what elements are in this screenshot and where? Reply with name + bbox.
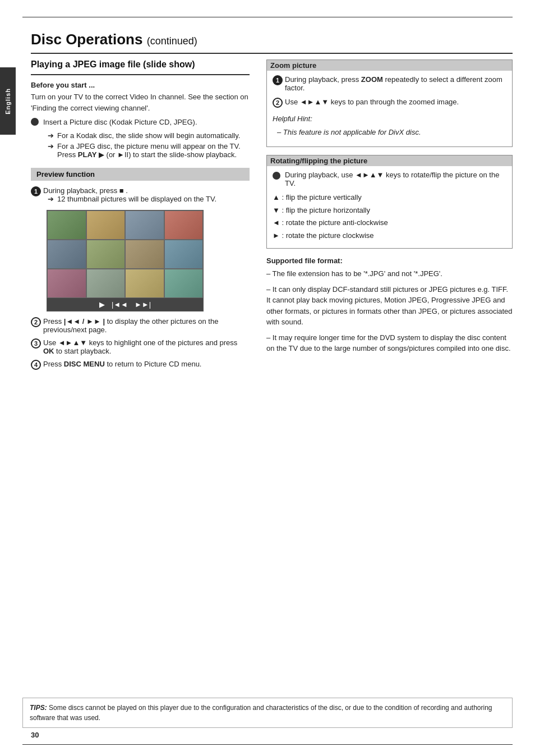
arrow-symbol: ➔: [48, 131, 54, 140]
thumb-cell-2: [86, 210, 126, 240]
tips-text: Some discs cannot be played on this play…: [30, 704, 492, 722]
thumb-cell-3: [125, 210, 164, 240]
thumb-row-3: [47, 269, 203, 298]
step-number-4: 4: [31, 360, 41, 370]
preview-function-box: Preview function: [31, 168, 250, 181]
thumbnail-grid: ▶ |◄◄ ►►|: [47, 210, 204, 311]
zoom-step-2: 2 Use ◄►▲▼ keys to pan through the zoome…: [273, 98, 506, 108]
step-number-3: 3: [31, 338, 41, 349]
rotate-bullet-dot: [273, 172, 280, 180]
arrow-jpeg: ➔ For a JPEG disc, the picture menu will…: [43, 142, 250, 159]
before-start-text: Turn on your TV to the correct Video In …: [31, 91, 250, 113]
thumb-cell-6: [86, 240, 126, 269]
supported-format-item-2: – It can only display DCF-standard still…: [266, 284, 513, 328]
page-title: Disc Operations (continued): [31, 31, 513, 54]
main-content: Disc Operations (continued) Playing a JP…: [31, 22, 513, 374]
page-number: 30: [31, 731, 39, 739]
zoom-picture-title: Zoom picture: [267, 60, 512, 71]
thumb-cell-4: [164, 210, 204, 240]
supported-format-item-1: – The file extension has to be '*.JPG' a…: [266, 268, 513, 280]
thumb-cell-1: [47, 210, 86, 240]
thumb-cell-9: [47, 269, 86, 298]
flip-list: ▲ : flip the picture vertically ▼ : flip…: [273, 192, 506, 241]
helpful-hint-text: – This feature is not applicable for Div…: [273, 127, 506, 138]
thumb-cell-8: [164, 240, 204, 269]
supported-format-section: Supported file format: – The file extens…: [266, 256, 513, 354]
next-control: ►►|: [135, 300, 151, 309]
thumb-row-1: [47, 210, 203, 240]
side-tab: English: [0, 67, 16, 135]
side-tab-label: English: [4, 88, 11, 114]
step-1-arrow: ➔ 12 thumbnail pictures will be displaye…: [43, 195, 216, 203]
prev-control: |◄◄: [112, 300, 128, 309]
bullet-insert-disc: Insert a Picture disc (Kodak Picture CD,…: [31, 117, 250, 161]
thumb-cell-11: [125, 269, 164, 298]
arrow-kodak: ➔ For a Kodak disc, the slide show will …: [43, 131, 250, 140]
rotating-section: Rotating/flipping the picture During pla…: [266, 155, 513, 249]
before-start-heading: Before you start ...: [31, 81, 250, 89]
zoom-step-num-1: 1: [273, 75, 283, 85]
play-control: ▶: [99, 300, 105, 309]
rotating-title: Rotating/flipping the picture: [267, 155, 512, 166]
step-1-content: During playback, press ■ . ➔ 12 thumbnai…: [43, 186, 216, 205]
section-title-jpeg: Playing a JPEG image file (slide show): [31, 59, 250, 70]
preview-step-3: 3 Use ◄►▲▼ keys to highlight one of the …: [31, 338, 250, 355]
left-column: Playing a JPEG image file (slide show) B…: [31, 59, 250, 374]
arrow-symbol-2: ➔: [48, 142, 54, 150]
bottom-border: [22, 744, 513, 745]
top-border: [22, 17, 513, 17]
thumbnail-grid-container: ▶ |◄◄ ►►|: [47, 210, 250, 311]
thumb-row-2: [47, 240, 203, 269]
thumb-cell-7: [125, 240, 164, 269]
supported-format-title: Supported file format:: [266, 256, 513, 265]
thumb-controls: ▶ |◄◄ ►►|: [47, 298, 203, 311]
supported-format-item-3: – It may require longer time for the DVD…: [266, 332, 513, 354]
step-number-2: 2: [31, 317, 41, 327]
before-start: Before you start ... Turn on your TV to …: [31, 81, 250, 113]
preview-step-1: 1 During playback, press ■ . ➔ 12 thumbn…: [31, 186, 250, 205]
preview-step-2: 2 Press |◄◄ / ►► | to display the other …: [31, 317, 250, 334]
flip-item-down: ▼ : flip the picture horizontally: [273, 205, 506, 216]
thumb-cell-10: [86, 269, 126, 298]
thumb-cell-12: [164, 269, 204, 298]
tips-box: TIPS: Some discs cannot be played on thi…: [22, 698, 513, 728]
flip-item-left: ◄ : rotate the picture anti-clockwise: [273, 217, 506, 228]
section-divider: [31, 74, 250, 75]
helpful-hint-title: Helpful Hint:: [273, 113, 506, 125]
zoom-picture-section: Zoom picture 1 During playback, press ZO…: [266, 59, 513, 147]
flip-item-right: ► : rotate the picture clockwise: [273, 230, 506, 241]
page: English Disc Operations (continued) Play…: [0, 0, 535, 756]
step-number-1: 1: [31, 186, 41, 196]
bullet-text: Insert a Picture disc (Kodak Picture CD,…: [43, 117, 250, 161]
tips-label: TIPS:: [30, 704, 47, 712]
flip-item-up: ▲ : flip the picture vertically: [273, 192, 506, 203]
thumb-cell-5: [47, 240, 86, 269]
zoom-step-num-2: 2: [273, 98, 283, 108]
arrow-sym-step1: ➔: [48, 195, 54, 203]
right-column: Zoom picture 1 During playback, press ZO…: [266, 59, 513, 374]
zoom-step-1: 1 During playback, press ZOOM repeatedly…: [273, 75, 506, 92]
two-column-layout: Playing a JPEG image file (slide show) B…: [31, 59, 513, 374]
rotate-bullet: During playback, use ◄►▲▼ keys to rotate…: [273, 171, 506, 187]
bullet-dot: [31, 118, 39, 126]
preview-step-4: 4 Press DISC MENU to return to Picture C…: [31, 360, 250, 370]
